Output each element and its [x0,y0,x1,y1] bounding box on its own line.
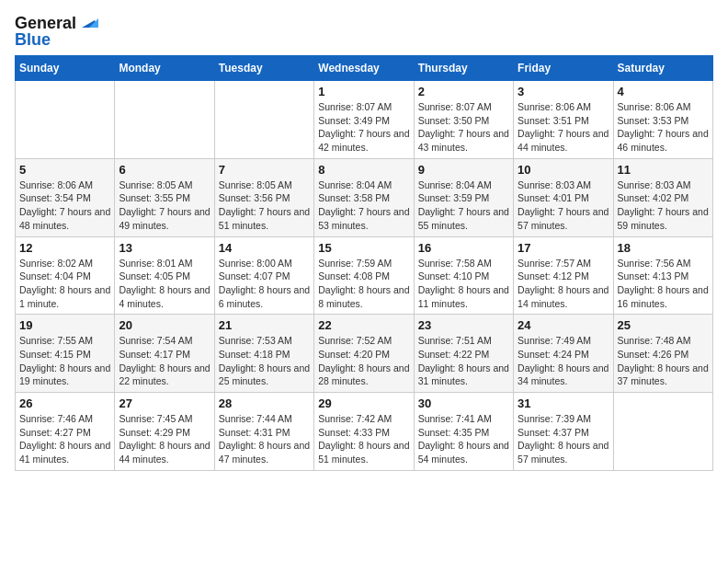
calendar-cell: 2Sunrise: 8:07 AM Sunset: 3:50 PM Daylig… [414,81,513,159]
cell-info-text: Sunrise: 7:41 AM Sunset: 4:35 PM Dayligh… [418,412,509,466]
cell-date-number: 1 [318,85,409,98]
cell-date-number: 21 [219,318,310,332]
cell-date-number: 5 [19,163,110,177]
calendar-cell: 31Sunrise: 7:39 AM Sunset: 4:37 PM Dayli… [514,393,613,471]
cell-date-number: 7 [219,163,310,177]
cell-date-number: 4 [618,85,709,98]
calendar-week-row: 1Sunrise: 8:07 AM Sunset: 3:49 PM Daylig… [16,81,713,159]
cell-date-number: 30 [418,396,509,410]
calendar-cell: 5Sunrise: 8:06 AM Sunset: 3:54 PM Daylig… [16,158,115,236]
cell-date-number: 10 [518,163,609,177]
calendar-week-row: 19Sunrise: 7:55 AM Sunset: 4:15 PM Dayli… [16,315,713,393]
calendar-cell [214,81,313,159]
cell-info-text: Sunrise: 7:46 AM Sunset: 4:27 PM Dayligh… [19,412,110,466]
logo-blue-text: Blue [15,31,51,48]
calendar-cell: 21Sunrise: 7:53 AM Sunset: 4:18 PM Dayli… [214,315,313,393]
weekday-header-wednesday: Wednesday [314,56,414,81]
cell-date-number: 20 [119,318,210,332]
calendar-cell: 15Sunrise: 7:59 AM Sunset: 4:08 PM Dayli… [314,236,414,315]
cell-info-text: Sunrise: 7:58 AM Sunset: 4:10 PM Dayligh… [418,257,509,311]
cell-info-text: Sunrise: 7:44 AM Sunset: 4:31 PM Dayligh… [219,412,310,466]
cell-date-number: 8 [318,163,409,177]
cell-info-text: Sunrise: 8:04 AM Sunset: 3:58 PM Dayligh… [318,178,409,233]
cell-date-number: 25 [618,318,709,332]
calendar-cell: 12Sunrise: 8:02 AM Sunset: 4:04 PM Dayli… [16,236,115,315]
cell-date-number: 14 [219,241,310,255]
calendar-cell: 24Sunrise: 7:49 AM Sunset: 4:24 PM Dayli… [514,315,613,393]
calendar-cell: 26Sunrise: 7:46 AM Sunset: 4:27 PM Dayli… [16,393,115,471]
cell-info-text: Sunrise: 7:51 AM Sunset: 4:22 PM Dayligh… [418,334,509,388]
calendar-cell: 4Sunrise: 8:06 AM Sunset: 3:53 PM Daylig… [613,81,712,159]
cell-date-number: 9 [418,163,509,177]
logo-general-text: General [15,15,76,31]
weekday-header-friday: Friday [514,56,613,81]
cell-info-text: Sunrise: 8:06 AM Sunset: 3:51 PM Dayligh… [518,100,609,155]
cell-info-text: Sunrise: 8:03 AM Sunset: 4:01 PM Dayligh… [518,178,609,233]
cell-info-text: Sunrise: 8:06 AM Sunset: 3:54 PM Dayligh… [19,178,110,233]
calendar-cell: 3Sunrise: 8:06 AM Sunset: 3:51 PM Daylig… [514,81,613,159]
cell-date-number: 12 [19,241,110,255]
page-header: General Blue [15,15,713,48]
calendar-cell [613,393,712,471]
cell-info-text: Sunrise: 7:59 AM Sunset: 4:08 PM Dayligh… [318,257,409,311]
calendar-cell: 16Sunrise: 7:58 AM Sunset: 4:10 PM Dayli… [414,236,513,315]
cell-info-text: Sunrise: 8:07 AM Sunset: 3:49 PM Dayligh… [318,100,409,155]
calendar-cell: 25Sunrise: 7:48 AM Sunset: 4:26 PM Dayli… [613,315,712,393]
calendar-cell: 27Sunrise: 7:45 AM Sunset: 4:29 PM Dayli… [115,393,214,471]
cell-date-number: 15 [318,241,409,255]
calendar-cell: 19Sunrise: 7:55 AM Sunset: 4:15 PM Dayli… [16,315,115,393]
calendar-cell: 11Sunrise: 8:03 AM Sunset: 4:02 PM Dayli… [613,158,712,236]
calendar-cell: 6Sunrise: 8:05 AM Sunset: 3:55 PM Daylig… [115,158,214,236]
cell-date-number: 22 [318,318,409,332]
cell-info-text: Sunrise: 7:52 AM Sunset: 4:20 PM Dayligh… [318,334,409,388]
calendar-cell: 13Sunrise: 8:01 AM Sunset: 4:05 PM Dayli… [115,236,214,315]
cell-info-text: Sunrise: 7:57 AM Sunset: 4:12 PM Dayligh… [518,257,609,311]
cell-date-number: 24 [518,318,609,332]
cell-date-number: 28 [219,396,310,410]
cell-date-number: 3 [518,85,609,98]
cell-date-number: 6 [119,163,210,177]
cell-date-number: 2 [418,85,509,98]
cell-info-text: Sunrise: 7:39 AM Sunset: 4:37 PM Dayligh… [518,412,609,466]
calendar-cell: 18Sunrise: 7:56 AM Sunset: 4:13 PM Dayli… [613,236,712,315]
cell-date-number: 23 [418,318,509,332]
calendar-cell: 9Sunrise: 8:04 AM Sunset: 3:59 PM Daylig… [414,158,513,236]
cell-date-number: 26 [19,396,110,410]
cell-date-number: 31 [518,396,609,410]
cell-info-text: Sunrise: 7:49 AM Sunset: 4:24 PM Dayligh… [518,334,609,388]
cell-info-text: Sunrise: 8:04 AM Sunset: 3:59 PM Dayligh… [418,178,509,233]
calendar-cell: 29Sunrise: 7:42 AM Sunset: 4:33 PM Dayli… [314,393,414,471]
weekday-header-sunday: Sunday [16,56,115,81]
cell-info-text: Sunrise: 8:07 AM Sunset: 3:50 PM Dayligh… [418,100,509,155]
calendar-cell: 30Sunrise: 7:41 AM Sunset: 4:35 PM Dayli… [414,393,513,471]
cell-info-text: Sunrise: 7:45 AM Sunset: 4:29 PM Dayligh… [119,412,210,466]
calendar-week-row: 26Sunrise: 7:46 AM Sunset: 4:27 PM Dayli… [16,393,713,471]
calendar-cell: 8Sunrise: 8:04 AM Sunset: 3:58 PM Daylig… [314,158,414,236]
cell-date-number: 16 [418,241,509,255]
calendar-cell [115,81,214,159]
calendar-table: SundayMondayTuesdayWednesdayThursdayFrid… [15,55,713,471]
cell-info-text: Sunrise: 7:56 AM Sunset: 4:13 PM Dayligh… [618,257,709,311]
cell-info-text: Sunrise: 8:03 AM Sunset: 4:02 PM Dayligh… [618,178,709,233]
cell-info-text: Sunrise: 7:42 AM Sunset: 4:33 PM Dayligh… [318,412,409,466]
cell-date-number: 13 [119,241,210,255]
cell-info-text: Sunrise: 8:05 AM Sunset: 3:55 PM Dayligh… [119,178,210,233]
cell-info-text: Sunrise: 7:48 AM Sunset: 4:26 PM Dayligh… [618,334,709,388]
cell-info-text: Sunrise: 8:06 AM Sunset: 3:53 PM Dayligh… [618,100,709,155]
cell-date-number: 11 [618,163,709,177]
calendar-cell: 28Sunrise: 7:44 AM Sunset: 4:31 PM Dayli… [214,393,313,471]
cell-date-number: 17 [518,241,609,255]
calendar-cell: 23Sunrise: 7:51 AM Sunset: 4:22 PM Dayli… [414,315,513,393]
calendar-cell: 17Sunrise: 7:57 AM Sunset: 4:12 PM Dayli… [514,236,613,315]
cell-info-text: Sunrise: 8:00 AM Sunset: 4:07 PM Dayligh… [219,257,310,311]
logo-icon [78,11,98,31]
cell-info-text: Sunrise: 8:02 AM Sunset: 4:04 PM Dayligh… [19,257,110,311]
weekday-header-saturday: Saturday [613,56,712,81]
calendar-cell [16,81,115,159]
cell-info-text: Sunrise: 7:53 AM Sunset: 4:18 PM Dayligh… [219,334,310,388]
weekday-header-row: SundayMondayTuesdayWednesdayThursdayFrid… [16,56,713,81]
calendar-cell: 7Sunrise: 8:05 AM Sunset: 3:56 PM Daylig… [214,158,313,236]
calendar-cell: 1Sunrise: 8:07 AM Sunset: 3:49 PM Daylig… [314,81,414,159]
cell-date-number: 18 [618,241,709,255]
weekday-header-monday: Monday [115,56,214,81]
